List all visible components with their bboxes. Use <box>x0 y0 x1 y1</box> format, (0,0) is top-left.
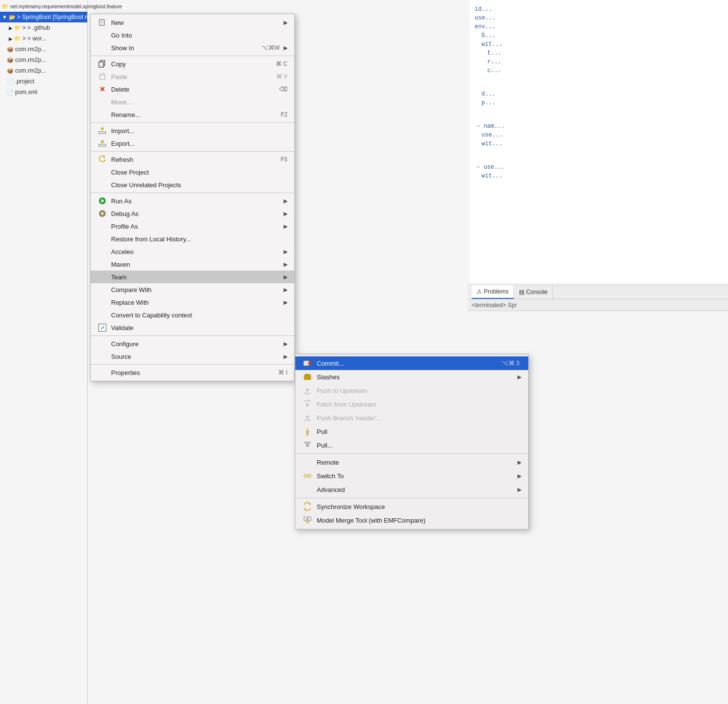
menu-item-compare-with[interactable]: Compare With ▶ <box>91 283 294 296</box>
svg-rect-4 <box>99 62 103 67</box>
tree-item-springboot[interactable]: ▼ 📂 > SpringBoot [SpringBoot master] <box>0 12 87 22</box>
menu-item-acceleo[interactable]: Acceleo ▶ <box>91 245 294 258</box>
close-project-icon <box>97 167 107 177</box>
menu-item-paste[interactable]: Paste ⌘ V <box>91 70 294 83</box>
convert-capability-label: Convert to Capability context <box>111 312 287 319</box>
import-icon <box>97 126 107 136</box>
move-icon <box>97 97 107 107</box>
tree-item-project[interactable]: 📄 .project <box>0 76 87 87</box>
menu-item-close-unrelated[interactable]: Close Unrelated Projects <box>91 178 294 191</box>
remote-arrow: ▶ <box>517 459 521 466</box>
separator-5 <box>91 335 294 336</box>
push-branch-label: Push Branch 'master'... <box>317 414 521 422</box>
stashes-icon <box>302 372 313 382</box>
debug-icon <box>97 209 107 218</box>
validate-label: Validate <box>111 324 287 332</box>
menu-item-copy[interactable]: Copy ⌘ C <box>91 58 294 70</box>
maven-label: Maven <box>111 261 280 268</box>
code-line-10: p... <box>470 98 728 107</box>
team-menu-item-model-merge[interactable]: Model Merge Tool (with EMFCompare) <box>295 513 528 527</box>
tree-item-github[interactable]: ▶ 📁 > > .github <box>0 22 87 33</box>
advanced-icon <box>302 484 313 495</box>
team-separator-1 <box>295 453 528 454</box>
svg-rect-6 <box>101 73 104 75</box>
file-icon-1: 📄 <box>7 78 14 85</box>
menu-item-properties[interactable]: Properties ⌘ I <box>91 366 294 379</box>
code-line-nam: – nam... <box>470 122 728 131</box>
close-unrelated-icon <box>97 180 107 190</box>
compare-with-label: Compare With <box>111 286 280 293</box>
tree-item-com3[interactable]: 📦 com.rm2p... <box>0 65 87 76</box>
team-menu-item-advanced[interactable]: Advanced ▶ <box>295 483 528 496</box>
problems-tab[interactable]: ⚠ Problems <box>472 285 514 299</box>
menu-item-replace-with[interactable]: Replace With ▶ <box>91 296 294 309</box>
refresh-shortcut: F5 <box>281 156 287 163</box>
code-line-5: wit... <box>470 40 728 49</box>
console-icon: ▤ <box>519 289 524 295</box>
replace-with-label: Replace With <box>111 299 280 306</box>
menu-item-team[interactable]: Team ▶ <box>91 271 294 283</box>
svg-rect-17 <box>304 375 311 380</box>
console-tab[interactable]: ▤ Console <box>514 285 553 299</box>
tree-item-pom[interactable]: 📄 pom.xml <box>0 87 87 98</box>
menu-item-restore-history[interactable]: Restore from Local History... <box>91 233 294 245</box>
menu-item-source[interactable]: Source ▶ <box>91 350 294 363</box>
menu-item-export[interactable]: Export... <box>91 137 294 150</box>
svg-point-19 <box>305 419 307 421</box>
team-menu-item-sync-workspace[interactable]: Synchronize Workspace <box>295 500 528 513</box>
tree-item-com1[interactable]: 📦 com.rm2p... <box>0 44 87 55</box>
validate-icon: ✓ <box>97 323 107 332</box>
menu-item-run-as[interactable]: Run As ▶ <box>91 195 294 207</box>
team-menu-item-push-branch[interactable]: Push Branch 'master'... <box>295 411 528 425</box>
team-menu-item-fetch-upstream[interactable]: Fetch from Upstream <box>295 397 528 411</box>
menu-item-convert-capability[interactable]: Convert to Capability context <box>91 309 294 321</box>
menu-item-delete[interactable]: ✕ Delete ⌫ <box>91 83 294 96</box>
properties-shortcut: ⌘ I <box>278 369 287 376</box>
code-editor: id... use... env... G... wit... t... r..… <box>470 0 728 283</box>
menu-item-go-into[interactable]: Go Into <box>91 29 294 41</box>
team-menu-item-push-upstream[interactable]: Push to Upstream <box>295 384 528 397</box>
tree-item-feature[interactable]: 📁 net.mydreamy.requirementmodel.springbo… <box>0 1 87 12</box>
tree-item-com2[interactable]: 📦 com.rm2p... <box>0 55 87 65</box>
team-menu-item-remote[interactable]: Remote ▶ <box>295 455 528 469</box>
source-label: Source <box>111 353 280 360</box>
svg-point-23 <box>308 442 310 444</box>
menu-item-validate[interactable]: ✓ Validate <box>91 321 294 334</box>
show-in-icon <box>97 43 107 53</box>
close-project-label: Close Project <box>111 169 287 176</box>
team-arrow: ▶ <box>284 274 287 280</box>
menu-item-rename[interactable]: Rename... F2 <box>91 108 294 121</box>
restore-history-label: Restore from Local History... <box>111 235 287 243</box>
team-menu-item-pull[interactable]: Pull <box>295 425 528 438</box>
menu-item-close-project[interactable]: Close Project <box>91 166 294 178</box>
replace-icon <box>97 297 107 307</box>
menu-item-configure[interactable]: Configure ▶ <box>91 337 294 350</box>
menu-item-refresh[interactable]: Refresh F5 <box>91 153 294 166</box>
menu-item-maven[interactable]: Maven ▶ <box>91 258 294 271</box>
folder-icon-2: 📁 <box>14 25 21 31</box>
problems-icon: ⚠ <box>477 288 482 295</box>
folder-icon: 📁 <box>2 3 9 10</box>
tree-item-wor[interactable]: ▶ 📁 > > wor... <box>0 33 87 44</box>
tab-bar: ⚠ Problems ▤ Console <box>468 285 728 299</box>
svg-point-22 <box>305 442 307 444</box>
team-menu-item-pull-dots[interactable]: Pull... <box>295 438 528 452</box>
menu-item-show-in[interactable]: Show In ⌥⌘W ▶ <box>91 41 294 54</box>
menu-item-profile-as[interactable]: Profile As ▶ <box>91 220 294 233</box>
properties-icon <box>97 368 107 377</box>
team-separator-2 <box>295 498 528 498</box>
menu-item-move[interactable]: Move... <box>91 96 294 108</box>
debug-as-label: Debug As <box>111 210 280 217</box>
team-icon <box>97 272 107 282</box>
team-menu-item-switch-to[interactable]: Switch To ▶ <box>295 469 528 483</box>
menu-item-debug-as[interactable]: Debug As ▶ <box>91 207 294 220</box>
menu-item-new[interactable]: New ▶ <box>91 16 294 29</box>
source-icon <box>97 352 107 361</box>
remote-label: Remote <box>317 459 517 466</box>
svg-rect-27 <box>304 517 307 521</box>
svg-point-21 <box>307 433 308 435</box>
team-label: Team <box>111 274 280 281</box>
team-menu-item-stashes[interactable]: Stashes ▶ <box>295 370 528 384</box>
team-menu-item-commit[interactable]: Commit... ⌥⌘ 3 <box>295 356 528 370</box>
menu-item-import[interactable]: Import... <box>91 124 294 137</box>
